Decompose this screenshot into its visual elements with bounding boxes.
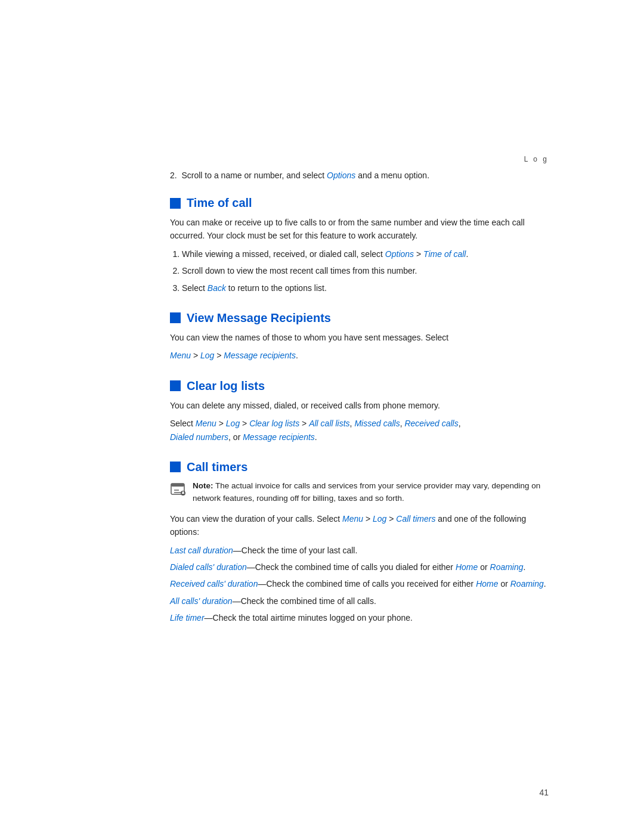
last-call-duration-link[interactable]: Last call duration bbox=[170, 546, 233, 555]
bullet-last-call: Last call duration—Check the time of you… bbox=[170, 544, 549, 557]
clear-log-lists-link[interactable]: Clear log lists bbox=[249, 419, 299, 428]
log-link-cll[interactable]: Log bbox=[226, 419, 240, 428]
note-text-ct: Note: The actual invoice for calls and s… bbox=[193, 480, 549, 505]
section-body-cll: You can delete any missed, dialed, or re… bbox=[170, 399, 549, 444]
vmr-para: You can view the names of those to whom … bbox=[170, 331, 549, 344]
log-link-ct[interactable]: Log bbox=[373, 514, 386, 524]
time-of-call-step-2: Scroll down to view the most recent call… bbox=[182, 264, 549, 277]
dialed-numbers-link[interactable]: Dialed numbers bbox=[170, 432, 228, 442]
home-link-dialed[interactable]: Home bbox=[456, 562, 478, 572]
svg-rect-6 bbox=[182, 493, 184, 494]
bullet-dialed-calls: Dialed calls' duration—Check the combine… bbox=[170, 561, 549, 574]
time-of-call-para: You can make or receive up to five calls… bbox=[170, 216, 549, 243]
vmr-link-line: Menu > Log > Message recipients. bbox=[170, 349, 549, 362]
section-time-of-call: Time of call You can make or receive up … bbox=[170, 196, 549, 295]
section-title-time-of-call: Time of call bbox=[187, 196, 252, 210]
section-body-time-of-call: You can make or receive up to five calls… bbox=[170, 216, 549, 295]
last-call-text: —Check the time of your last call. bbox=[233, 546, 358, 555]
call-timers-link[interactable]: Call timers bbox=[396, 514, 435, 524]
life-timer-text: —Check the total airtime minutes logged … bbox=[205, 613, 413, 623]
roaming-link-received[interactable]: Roaming bbox=[510, 579, 544, 589]
time-of-call-step-1: While viewing a missed, received, or dia… bbox=[182, 247, 549, 261]
svg-rect-1 bbox=[171, 484, 184, 487]
received-end: . bbox=[544, 579, 546, 589]
dialed-calls-text: —Check the combined time of calls you di… bbox=[247, 562, 456, 572]
page-header: L o g bbox=[0, 0, 644, 169]
section-clear-log-lists: Clear log lists You can delete any misse… bbox=[170, 379, 549, 444]
all-calls-duration-link[interactable]: All calls' duration bbox=[170, 596, 233, 606]
svg-rect-3 bbox=[174, 492, 181, 493]
back-link[interactable]: Back bbox=[208, 283, 226, 293]
log-link-vmr[interactable]: Log bbox=[200, 351, 214, 360]
life-timer-link[interactable]: Life timer bbox=[170, 613, 205, 623]
all-call-lists-link[interactable]: All call lists bbox=[309, 419, 349, 428]
roaming-link-dialed[interactable]: Roaming bbox=[490, 562, 524, 572]
received-or: or bbox=[499, 579, 510, 589]
blue-square-icon-2 bbox=[170, 312, 181, 323]
note-box-ct: Note: The actual invoice for calls and s… bbox=[170, 480, 549, 505]
dialed-or: or bbox=[478, 562, 490, 572]
all-calls-text: —Check the combined time of all calls. bbox=[233, 596, 376, 606]
page-number: 41 bbox=[539, 788, 549, 797]
page-container: L o g 2. Scroll to a name or number, and… bbox=[0, 0, 644, 833]
cll-select-line: Select Menu > Log > Clear log lists > Al… bbox=[170, 417, 549, 444]
home-link-received[interactable]: Home bbox=[476, 579, 498, 589]
options-link[interactable]: Options bbox=[327, 171, 355, 180]
header-label: L o g bbox=[524, 155, 549, 163]
blue-square-icon-3 bbox=[170, 380, 181, 391]
message-recipients-link-cll[interactable]: Message recipients bbox=[243, 432, 315, 442]
note-bold: Note: bbox=[193, 481, 213, 490]
blue-square-icon-4 bbox=[170, 462, 181, 472]
time-of-call-link[interactable]: Time of call bbox=[423, 249, 466, 259]
bullet-life-timer: Life timer—Check the total airtime minut… bbox=[170, 611, 549, 624]
section-call-timers: Call timers bbox=[170, 460, 549, 625]
svg-rect-2 bbox=[174, 490, 179, 491]
received-calls-text: —Check the combined time of calls you re… bbox=[258, 579, 476, 589]
options-link-toc[interactable]: Options bbox=[385, 249, 414, 259]
call-timers-options: Last call duration—Check the time of you… bbox=[170, 544, 549, 625]
section-body-ct: Note: The actual invoice for calls and s… bbox=[170, 480, 549, 625]
content-area: 2. Scroll to a name or number, and selec… bbox=[0, 169, 644, 624]
section-title-vmr: View Message Recipients bbox=[187, 311, 331, 325]
section-title-cll: Clear log lists bbox=[187, 379, 265, 393]
time-of-call-step-3: Select Back to return to the options lis… bbox=[182, 281, 549, 295]
menu-link-cll[interactable]: Menu bbox=[196, 419, 216, 428]
section-heading-cll: Clear log lists bbox=[170, 379, 549, 393]
section-title-ct: Call timers bbox=[187, 460, 247, 474]
dialed-end: . bbox=[524, 562, 526, 572]
note-icon bbox=[170, 481, 187, 498]
received-calls-duration-link[interactable]: Received calls' duration bbox=[170, 579, 258, 589]
bullet-received-calls: Received calls' duration—Check the combi… bbox=[170, 577, 549, 590]
blue-square-icon-1 bbox=[170, 198, 181, 209]
section-heading-ct: Call timers bbox=[170, 460, 549, 474]
step-intro-text2: and a menu option. bbox=[355, 171, 429, 180]
step-intro-text: 2. Scroll to a name or number, and selec… bbox=[170, 171, 327, 180]
missed-calls-link[interactable]: Missed calls bbox=[354, 419, 400, 428]
section-view-message-recipients: View Message Recipients You can view the… bbox=[170, 311, 549, 363]
ct-para-after-note: You can view the duration of your calls.… bbox=[170, 512, 549, 539]
note-body: The actual invoice for calls and service… bbox=[193, 481, 540, 503]
menu-link-ct[interactable]: Menu bbox=[342, 514, 363, 524]
step-intro: 2. Scroll to a name or number, and selec… bbox=[170, 169, 549, 182]
section-heading-time-of-call: Time of call bbox=[170, 196, 549, 210]
menu-link-vmr[interactable]: Menu bbox=[170, 351, 191, 360]
bullet-all-calls: All calls' duration—Check the combined t… bbox=[170, 594, 549, 608]
dialed-calls-duration-link[interactable]: Dialed calls' duration bbox=[170, 562, 247, 572]
received-calls-link[interactable]: Received calls bbox=[404, 419, 458, 428]
cll-para: You can delete any missed, dialed, or re… bbox=[170, 399, 549, 412]
time-of-call-steps: While viewing a missed, received, or dia… bbox=[182, 247, 549, 295]
section-heading-vmr: View Message Recipients bbox=[170, 311, 549, 325]
section-body-vmr: You can view the names of those to whom … bbox=[170, 331, 549, 363]
message-recipients-link[interactable]: Message recipients bbox=[224, 351, 296, 360]
